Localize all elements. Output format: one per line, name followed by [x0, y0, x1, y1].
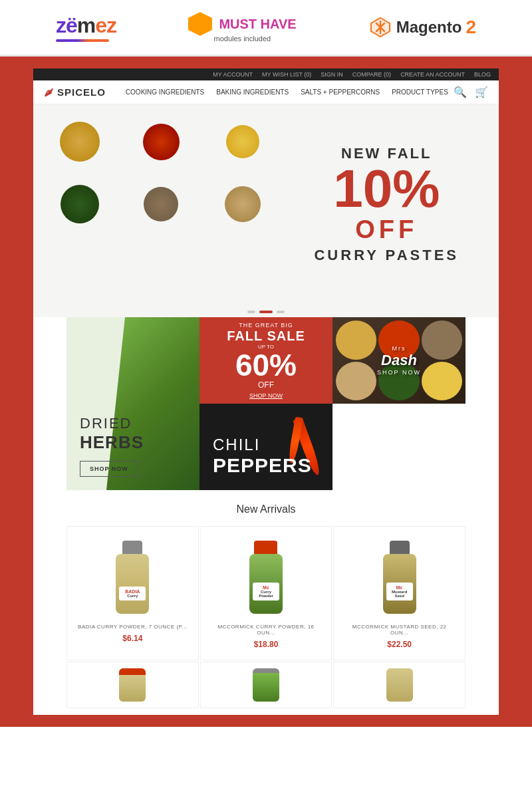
sc-3	[422, 321, 462, 360]
product-placeholder-4	[119, 668, 146, 702]
peppers-label: PEPPERS	[213, 454, 312, 477]
dried-label: DRIED	[80, 415, 144, 432]
product-card-5[interactable]	[200, 662, 332, 708]
hero-banner: NEW FALL 10% OFF CURRY PASTES	[33, 104, 499, 304]
spice-bowl-5	[144, 187, 178, 221]
dash-shop-now: SHOP NOW	[377, 369, 421, 376]
product-placeholder-5	[253, 668, 279, 702]
product-name-1: BADIA CURRY POWDER, 7 OUNCE (P...	[78, 624, 188, 630]
dash-brand-name: Dash	[381, 352, 417, 368]
great-big-label: THE GREAT BIG	[239, 322, 293, 329]
bottle-body-2: McCurryPowder	[249, 554, 283, 614]
bottle-label-3: McMustardSeed	[386, 583, 413, 600]
dot-3[interactable]	[277, 311, 285, 313]
bottle-cap-3	[390, 541, 410, 555]
nav-cooking[interactable]: COOKING INGREDIENTS	[126, 88, 204, 96]
product-name-3: MCCORMICK MUSTARD SEED, 22 OUN...	[344, 624, 454, 636]
zemes-logo[interactable]: zëmez	[56, 13, 116, 42]
topbar-wish-list[interactable]: MY WISH LIST (0)	[262, 71, 311, 78]
product-price-3: $22.50	[344, 640, 454, 649]
search-icon[interactable]: 🔍	[454, 86, 467, 98]
promo-sale[interactable]: THE GREAT BIG FALL SALE UP TO 60% OFF SH…	[200, 317, 332, 404]
promo-grid: DRIED HERBS SHOP NOW THE GREAT BIG FALL …	[66, 317, 466, 490]
product-img-3: McMustardSeed	[344, 537, 454, 617]
sale-shop-link[interactable]: SHOP NOW	[249, 392, 283, 399]
cart-icon[interactable]: 🛒	[475, 86, 488, 98]
nav-product-types[interactable]: PRODUCT TYPES	[392, 88, 448, 96]
store-wrapper: MY ACCOUNT MY WISH LIST (0) SIGN IN COMP…	[33, 68, 499, 715]
hero-text: NEW FALL 10% OFF CURRY PASTES	[314, 145, 499, 264]
nav-salts[interactable]: SALTS + PEPPERCORNS	[301, 88, 380, 96]
hero-percent: 10%	[314, 162, 459, 215]
store-logo[interactable]: 🌶 SPICELO	[44, 86, 106, 98]
store-topbar: MY ACCOUNT MY WISH LIST (0) SIGN IN COMP…	[33, 68, 499, 80]
red-section: MY ACCOUNT MY WISH LIST (0) SIGN IN COMP…	[0, 57, 532, 727]
hero-dots	[33, 304, 499, 317]
chili-label: CHILI	[213, 436, 312, 454]
bottle-cap-1	[122, 541, 142, 555]
product-price-2: $18.80	[211, 640, 321, 649]
products-grid-bottom	[66, 662, 466, 708]
off-pct-label: OFF	[258, 380, 274, 390]
spice-bowl-1	[60, 122, 100, 162]
product-card-6[interactable]	[333, 662, 466, 708]
bottle-label-2: McCurryPowder	[253, 583, 279, 600]
dot-1[interactable]	[247, 311, 255, 313]
topbar-sign-in[interactable]: SIGN IN	[321, 71, 343, 78]
new-arrivals-section: New Arrivals BADIACurry	[33, 490, 499, 715]
sixty-label: 60%	[235, 350, 297, 380]
product-card-3[interactable]: McMustardSeed MCCORMICK MUSTARD SEED, 22…	[333, 526, 466, 660]
dash-logo: Mrs Dash SHOP NOW	[377, 345, 421, 376]
mccormick-mustard-bottle: McMustardSeed	[383, 541, 416, 614]
top-banner: zëmez MUST HAVE modules included Magento…	[0, 0, 532, 57]
store-logo-text: SPICELO	[57, 86, 106, 98]
nav-icons: 🔍 🛒	[454, 86, 488, 98]
spice-bowl-3	[226, 125, 259, 158]
topbar-blog[interactable]: BLOG	[474, 71, 491, 78]
spice-bowl-6	[225, 186, 261, 222]
herbs-label: HERBS	[80, 432, 144, 453]
promo-dash[interactable]: Mrs Dash SHOP NOW	[332, 317, 466, 404]
magento-logo[interactable]: Magento 2	[368, 15, 476, 39]
product-img-1: BADIACurry	[78, 537, 188, 617]
bottle-body-1: BADIACurry	[116, 554, 149, 614]
product-card-4[interactable]	[66, 662, 199, 708]
sc-4	[336, 362, 376, 401]
bottle-label-1: BADIACurry	[119, 587, 146, 600]
dot-2[interactable]	[259, 311, 273, 313]
hero-off: OFF	[314, 215, 459, 244]
mccormick-curry-bottle: McCurryPowder	[249, 541, 283, 614]
chili-icon: 🌶	[44, 87, 54, 98]
fall-sale-label: FALL SALE	[227, 329, 305, 344]
nav-links: COOKING INGREDIENTS BAKING INGREDIENTS S…	[126, 88, 454, 96]
product-card-1[interactable]: BADIACurry BADIA CURRY POWDER, 7 OUNCE (…	[66, 526, 199, 660]
sc-1	[336, 321, 376, 360]
hero-curry: CURRY PASTES	[314, 247, 459, 264]
nav-baking[interactable]: BAKING INGREDIENTS	[216, 88, 289, 96]
musthave-logo[interactable]: MUST HAVE modules included	[188, 12, 297, 43]
store-nav: 🌶 SPICELO COOKING INGREDIENTS BAKING ING…	[33, 80, 499, 104]
badia-bottle: BADIACurry	[116, 541, 149, 614]
spice-bowl-4	[61, 185, 99, 223]
sc-6	[422, 362, 462, 401]
bottle-body-3: McMustardSeed	[383, 554, 416, 614]
product-price-1: $6.14	[78, 634, 188, 643]
product-name-2: MCCORMICK CURRY POWDER, 16 OUN...	[211, 624, 321, 636]
chili-text: CHILI PEPPERS	[213, 436, 312, 477]
herbs-text: DRIED HERBS SHOP NOW	[80, 415, 144, 477]
promo-herbs[interactable]: DRIED HERBS SHOP NOW	[66, 317, 200, 490]
product-placeholder-6	[386, 668, 413, 702]
bottle-cap-2	[254, 541, 277, 555]
new-arrivals-title: New Arrivals	[66, 503, 466, 515]
hero-spices	[33, 104, 289, 304]
topbar-create-account[interactable]: CREATE AN ACCOUNT	[400, 71, 465, 78]
herbs-shop-now[interactable]: SHOP NOW	[80, 461, 138, 477]
topbar-compare[interactable]: COMPARE (0)	[352, 71, 391, 78]
products-grid: BADIACurry BADIA CURRY POWDER, 7 OUNCE (…	[66, 526, 466, 660]
dash-brand: Mrs	[377, 345, 421, 352]
spice-bowl-2	[143, 124, 180, 160]
product-img-2: McCurryPowder	[211, 537, 321, 617]
promo-chili[interactable]: CHILI PEPPERS	[200, 404, 332, 490]
topbar-my-account[interactable]: MY ACCOUNT	[213, 71, 253, 78]
product-card-2[interactable]: McCurryPowder MCCORMICK CURRY POWDER, 16…	[200, 526, 332, 660]
